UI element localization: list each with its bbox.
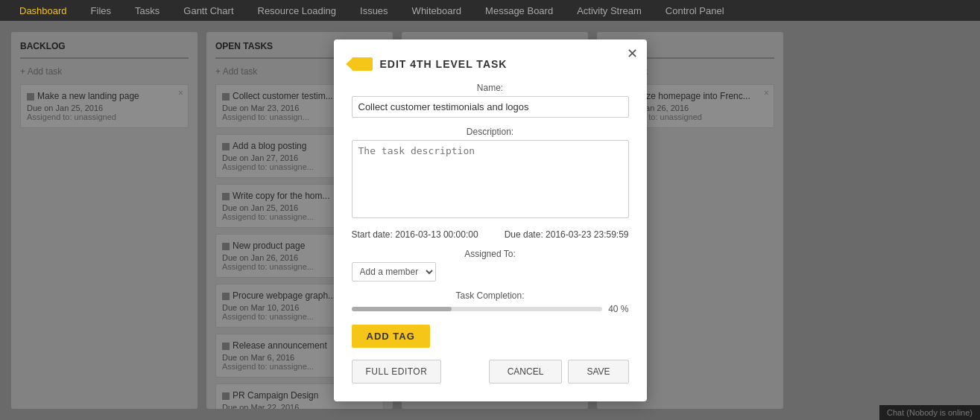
nav-item-tasks[interactable]: Tasks [123, 0, 171, 21]
modal-title: EDIT 4TH LEVEL TASK [380, 58, 508, 70]
description-field-row: Description: [352, 127, 629, 220]
nav-item-control-panel[interactable]: Control Panel [654, 0, 736, 21]
completion-bar-wrap: 40 % [352, 304, 629, 314]
board-area: BACKLOG+ Add task×Make a new landing pag… [0, 21, 980, 420]
modal-close-button[interactable]: ✕ [627, 47, 638, 60]
name-field-row: Name: [352, 83, 629, 118]
description-textarea[interactable] [352, 140, 629, 218]
dates-row: Start date: 2016-03-13 00:00:00 Due date… [352, 229, 629, 240]
name-input[interactable] [352, 96, 629, 118]
start-date-label: Start date: [352, 229, 393, 240]
add-member-select[interactable]: Add a member [352, 262, 436, 281]
tag-row: ADD TAG [352, 325, 629, 348]
completion-percent: 40 % [608, 304, 628, 314]
add-tag-button[interactable]: ADD TAG [352, 325, 430, 348]
full-editor-button[interactable]: FULL EDITOR [352, 360, 442, 384]
modal-overlay: ✕ EDIT 4TH LEVEL TASK Name: Description:… [0, 21, 980, 420]
name-label: Name: [352, 83, 629, 93]
completion-bar-bg [352, 307, 603, 311]
start-date-value: 2016-03-13 00:00:00 [395, 229, 478, 240]
completion-label: Task Completion: [352, 290, 629, 301]
edit-task-modal: ✕ EDIT 4TH LEVEL TASK Name: Description:… [334, 39, 647, 401]
completion-row: Task Completion: 40 % [352, 290, 629, 314]
nav-item-dashboard[interactable]: Dashboard [7, 0, 79, 21]
nav-item-message-board[interactable]: Message Board [473, 0, 565, 21]
modal-title-bar: EDIT 4TH LEVEL TASK [352, 57, 629, 71]
nav-item-activity-stream[interactable]: Activity Stream [565, 0, 654, 21]
due-date-label: Due date: [505, 229, 543, 240]
modal-actions: FULL EDITOR CANCEL SAVE [352, 360, 629, 384]
member-select-wrap: Add a member [352, 262, 629, 281]
description-label: Description: [352, 127, 629, 137]
due-date-value: 2016-03-23 23:59:59 [546, 229, 628, 240]
nav-item-whiteboard[interactable]: Whiteboard [400, 0, 473, 21]
nav-item-files[interactable]: Files [79, 0, 123, 21]
save-button[interactable]: SAVE [568, 360, 628, 384]
top-nav: DashboardFilesTasksGantt ChartResource L… [0, 0, 980, 21]
assigned-label: Assigned To: [352, 249, 629, 259]
cancel-button[interactable]: CANCEL [489, 360, 563, 384]
start-date: Start date: 2016-03-13 00:00:00 [352, 229, 478, 240]
nav-item-resource-loading[interactable]: Resource Loading [246, 0, 349, 21]
completion-bar-fill [352, 307, 452, 311]
nav-item-issues[interactable]: Issues [348, 0, 400, 21]
task-level-icon [352, 57, 373, 71]
assigned-row: Assigned To: Add a member [352, 249, 629, 281]
due-date: Due date: 2016-03-23 23:59:59 [505, 229, 629, 240]
nav-item-gantt-chart[interactable]: Gantt Chart [171, 0, 245, 21]
